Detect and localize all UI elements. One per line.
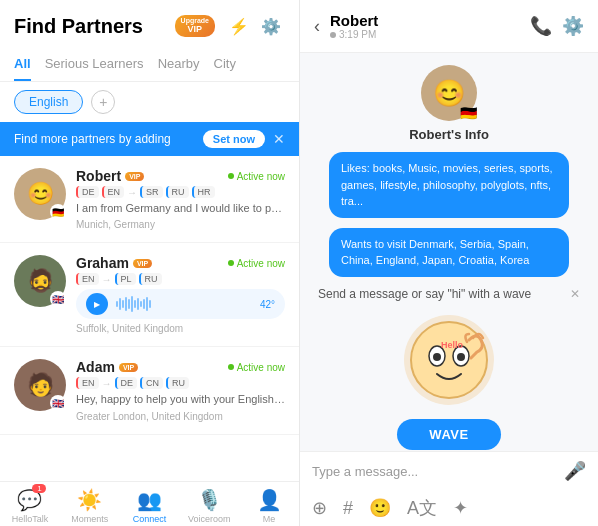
wave-button[interactable]: WAVE: [397, 419, 500, 450]
filter-bar: English +: [0, 82, 299, 122]
vip-badge-adam: VIP: [119, 363, 138, 372]
hello-sticker-svg: Hello: [409, 320, 489, 400]
user-card-graham[interactable]: 🧔 🇬🇧 Graham VIP Active now EN →: [0, 243, 299, 347]
active-status-robert: Active now: [228, 171, 285, 182]
lang-en-g: EN: [76, 273, 99, 285]
find-partners-header: Find Partners Upgrade VIP ⚡ ⚙️: [0, 0, 299, 48]
profile-info-label: Robert's Info: [409, 127, 489, 142]
mic-icon[interactable]: 🎤: [564, 460, 586, 482]
me-icon: 👤: [257, 488, 282, 512]
settings-chat-icon[interactable]: ⚙️: [562, 15, 584, 37]
chat-body: 😊 🇩🇪 Robert's Info Likes: books, Music, …: [300, 53, 598, 451]
nav-voiceroom[interactable]: 🎙️ Voiceroom: [179, 488, 239, 524]
close-promo-icon[interactable]: ✕: [273, 131, 285, 147]
audio-wave-graham: [116, 295, 252, 313]
user-card-robert[interactable]: 😊 🇩🇪 Robert VIP Active now DE EN: [0, 156, 299, 243]
magic-icon[interactable]: ✦: [453, 497, 468, 519]
profile-flag: 🇩🇪: [460, 105, 477, 121]
username-robert: Robert VIP: [76, 168, 144, 184]
message-input-placeholder[interactable]: Type a message...: [312, 464, 556, 479]
phone-icon[interactable]: 📞: [530, 15, 552, 37]
name-row-graham: Graham VIP Active now: [76, 255, 285, 271]
tab-city[interactable]: City: [214, 48, 236, 81]
location-robert: Munich, Germany: [76, 219, 285, 230]
wave-bar: [140, 301, 142, 307]
svg-point-0: [411, 322, 487, 398]
audio-duration-graham: 42°: [260, 299, 275, 310]
promo-bar: Find more partners by adding Set now ✕: [0, 122, 299, 156]
name-row-robert: Robert VIP Active now: [76, 168, 285, 184]
user-info-robert: Robert VIP Active now DE EN → SR RU HR: [76, 168, 285, 230]
promo-text: Find more partners by adding: [14, 132, 195, 146]
user-card-adam[interactable]: 🧑 🇬🇧 Adam VIP Active now EN →: [0, 347, 299, 434]
add-icon[interactable]: ⊕: [312, 497, 327, 519]
lang-de-a: DE: [115, 377, 138, 389]
wave-bar: [122, 300, 124, 308]
lang-ru: RU: [166, 186, 189, 198]
moments-label: Moments: [71, 514, 108, 524]
chat-bottom-actions: ⊕ # 🙂 A文 ✦: [300, 490, 598, 526]
play-button-graham[interactable]: ▶: [86, 293, 108, 315]
location-adam: Greater London, United Kingdom: [76, 411, 285, 422]
flag-adam: 🇬🇧: [50, 395, 66, 411]
chat-actions: 📞 ⚙️: [530, 15, 584, 37]
left-panel: Find Partners Upgrade VIP ⚡ ⚙️ All Serio…: [0, 0, 300, 526]
svg-point-4: [457, 353, 465, 361]
lang-hr: HR: [192, 186, 215, 198]
user-info-graham: Graham VIP Active now EN → PL RU ▶: [76, 255, 285, 334]
lang-en: EN: [102, 186, 125, 198]
set-now-button[interactable]: Set now: [203, 130, 265, 148]
lang-cn-a: CN: [140, 377, 163, 389]
chat-time: 3:19 PM: [330, 29, 520, 40]
tab-nearby[interactable]: Nearby: [158, 48, 200, 81]
nav-me[interactable]: 👤 Me: [239, 488, 299, 524]
close-wave-icon[interactable]: ✕: [570, 287, 580, 301]
nav-moments[interactable]: ☀️ Moments: [60, 488, 120, 524]
lang-row-robert: DE EN → SR RU HR: [76, 186, 285, 198]
tab-serious-learners[interactable]: Serious Learners: [45, 48, 144, 81]
flag-robert: 🇩🇪: [50, 204, 66, 220]
wave-bar: [134, 300, 136, 308]
english-filter-chip[interactable]: English: [14, 90, 83, 114]
profile-avatar: 😊 🇩🇪: [421, 65, 477, 121]
nav-hellotalk[interactable]: 💬 1 HelloTalk: [0, 488, 60, 524]
tab-all[interactable]: All: [14, 48, 31, 81]
vip-label: VIP: [188, 25, 203, 35]
right-panel: ‹ Robert 3:19 PM 📞 ⚙️ 😊 🇩🇪 Robert's Info…: [300, 0, 598, 526]
location-graham: Suffolk, United Kingdom: [76, 323, 285, 334]
connect-label: Connect: [133, 514, 167, 524]
emoji-icon[interactable]: 🙂: [369, 497, 391, 519]
add-filter-button[interactable]: +: [91, 90, 115, 114]
voiceroom-label: Voiceroom: [188, 514, 231, 524]
nav-connect[interactable]: 👥 Connect: [120, 488, 180, 524]
connect-icon: 👥: [137, 488, 162, 512]
wave-bar: [149, 300, 151, 308]
vip-badge-robert: VIP: [125, 172, 144, 181]
wave-bar: [119, 298, 121, 310]
active-status-graham: Active now: [228, 258, 285, 269]
hashtag-icon[interactable]: #: [343, 498, 353, 519]
hellotalk-badge: 1: [32, 484, 46, 493]
lang-de: DE: [76, 186, 99, 198]
wave-bar: [131, 296, 133, 312]
info-bubble-travel: Wants to visit Denmark, Serbia, Spain, C…: [329, 228, 569, 277]
avatar-wrap-robert: 😊 🇩🇪: [14, 168, 66, 220]
lang-pl: PL: [115, 273, 136, 285]
back-button[interactable]: ‹: [314, 16, 320, 37]
lang-en-a: EN: [76, 377, 99, 389]
wave-bar: [116, 301, 118, 307]
settings-icon[interactable]: ⚙️: [257, 12, 285, 40]
bottom-nav: 💬 1 HelloTalk ☀️ Moments 👥 Connect 🎙️ Vo…: [0, 481, 299, 526]
arrow-icon-g: →: [102, 274, 112, 285]
wave-bar: [143, 299, 145, 309]
chat-header: ‹ Robert 3:19 PM 📞 ⚙️: [300, 0, 598, 53]
vip-badge-graham: VIP: [133, 259, 152, 268]
translate-icon[interactable]: A文: [407, 496, 437, 520]
audio-player-graham: ▶ 42°: [76, 289, 285, 319]
vip-upgrade-badge[interactable]: Upgrade VIP: [175, 15, 215, 37]
lang-ru-g: RU: [139, 273, 162, 285]
wave-bar: [128, 299, 130, 309]
voiceroom-icon: 🎙️: [197, 488, 222, 512]
chat-title: Robert 3:19 PM: [330, 12, 520, 40]
lightning-icon[interactable]: ⚡: [225, 12, 253, 40]
